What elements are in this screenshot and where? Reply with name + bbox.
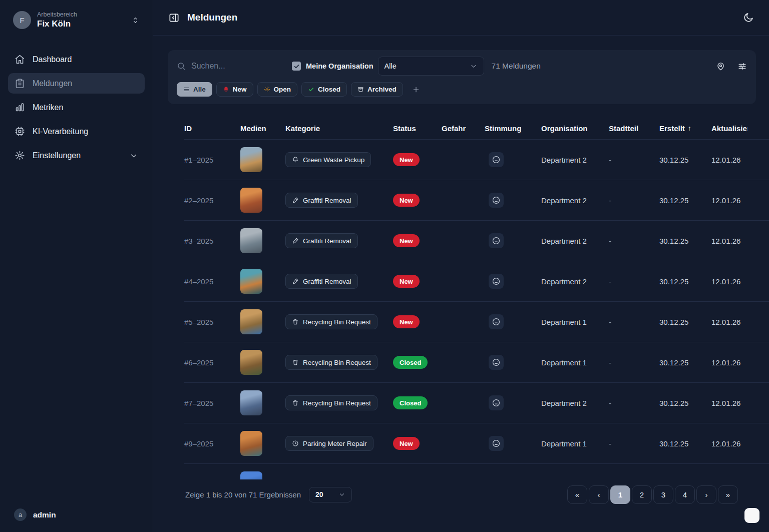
status-badge: Closed	[393, 396, 428, 409]
main-content: Meldungen Meine Organisation Alle 71 Mel…	[153, 0, 769, 532]
filter-chip-open[interactable]: Open	[257, 82, 298, 97]
clipboard-icon	[15, 78, 25, 89]
pagination-page-3[interactable]: 3	[653, 485, 673, 504]
column-header-organisation[interactable]: Organisation	[541, 124, 609, 133]
toolbar-icons	[716, 62, 747, 71]
sidebar-item-ki-verarbeitung[interactable]: KI-Verarbeitung	[8, 121, 145, 142]
organisation-select[interactable]: Alle	[378, 57, 484, 76]
filter-chip-alle[interactable]: Alle	[177, 82, 212, 97]
filter-chip-new[interactable]: New	[216, 82, 253, 97]
category-label: Green Waste Pickup	[303, 156, 364, 164]
media-thumbnail[interactable]	[240, 471, 262, 479]
category-badge[interactable]: Graffiti Removal	[285, 193, 358, 208]
district-cell: -	[609, 399, 659, 407]
chat-widget-button[interactable]	[744, 508, 759, 523]
sidebar-nav: DashboardMeldungenMetrikenKI-Verarbeitun…	[8, 49, 145, 166]
home-icon	[15, 54, 25, 65]
column-header-medien[interactable]: Medien	[240, 124, 285, 133]
page-title: Meldungen	[187, 12, 237, 23]
column-header-stimmung[interactable]: Stimmung	[485, 124, 541, 133]
media-thumbnail[interactable]	[240, 228, 262, 253]
sidebar-item-einstellungen[interactable]: Einstellungen	[8, 145, 145, 166]
table-body: #1–2025 Green Waste Pickup New Departmen…	[184, 139, 769, 479]
sidebar-item-dashboard[interactable]: Dashboard	[8, 49, 145, 70]
category-badge[interactable]: Recycling Bin Request	[285, 395, 377, 410]
reports-table: IDMedienKategorieStatusGefahrStimmungOrg…	[153, 104, 769, 479]
organisation-cell: Department 2	[541, 237, 609, 245]
user-menu[interactable]: a admin	[8, 504, 145, 525]
search-input[interactable]	[191, 62, 276, 71]
table-row[interactable]: #7–2025 Recycling Bin Request Closed Dep…	[184, 382, 769, 423]
column-header-gefahr[interactable]: Gefahr	[442, 124, 485, 133]
filter-chip-label: Archived	[367, 86, 397, 93]
column-header-erstellt[interactable]: Erstellt↑	[659, 124, 711, 133]
table-row[interactable]: #2–2025 Graffiti Removal New Department …	[184, 180, 769, 220]
report-id: #7–2025	[184, 399, 240, 407]
my-organisation-filter[interactable]: Meine Organisation	[292, 62, 373, 71]
media-thumbnail[interactable]	[240, 350, 262, 375]
status-filter-chips: AlleNewOpenClosedArchived	[177, 82, 747, 97]
add-filter-button[interactable]	[407, 82, 425, 97]
column-header-status[interactable]: Status	[393, 124, 442, 133]
neutral-face-icon	[489, 436, 504, 451]
table-row[interactable]: #6–2025 Recycling Bin Request Closed Dep…	[184, 342, 769, 382]
workspace-switcher[interactable]: F Arbeitsbereich Fix Köln	[8, 8, 145, 32]
column-header-kategorie[interactable]: Kategorie	[285, 124, 393, 133]
filter-chip-closed[interactable]: Closed	[301, 82, 347, 97]
column-header-aktualisiert[interactable]: Aktualisiert	[711, 124, 747, 133]
pagination-prev[interactable]: ‹	[589, 485, 609, 504]
bell-filled-icon	[223, 86, 229, 93]
media-thumbnail[interactable]	[240, 188, 262, 213]
filter-sliders-icon[interactable]	[737, 62, 747, 71]
pagination-last[interactable]: »	[718, 485, 738, 504]
checkbox-checked[interactable]	[292, 62, 301, 71]
column-header-id[interactable]: ID	[184, 124, 240, 133]
table-row-partial[interactable]	[184, 463, 769, 479]
filter-chip-archived[interactable]: Archived	[351, 82, 403, 97]
table-row[interactable]: #5–2025 Recycling Bin Request New Depart…	[184, 301, 769, 342]
report-id: #9–2025	[184, 439, 240, 448]
updated-cell: 12.01.26	[711, 277, 747, 286]
trash-icon	[292, 399, 299, 406]
organisation-cell: Department 2	[541, 399, 609, 407]
media-thumbnail[interactable]	[240, 309, 262, 334]
media-thumbnail[interactable]	[240, 390, 262, 415]
pagination-page-1[interactable]: 1	[610, 485, 630, 504]
pagination-next[interactable]: ›	[696, 485, 716, 504]
sidebar-item-meldungen[interactable]: Meldungen	[8, 73, 145, 94]
trash-icon	[292, 359, 299, 366]
pagination: «‹1234›»	[567, 485, 738, 504]
category-label: Recycling Bin Request	[303, 399, 371, 407]
media-thumbnail[interactable]	[240, 269, 262, 294]
table-footer: Zeige 1 bis 20 von 71 Ergebnissen 20 «‹1…	[153, 479, 769, 532]
pagination-first[interactable]: «	[567, 485, 587, 504]
dark-mode-toggle-moon-icon[interactable]	[743, 12, 754, 23]
page-size-select[interactable]: 20	[309, 487, 352, 502]
cpu-icon	[15, 126, 25, 137]
organisation-cell: Department 1	[541, 439, 609, 448]
table-row[interactable]: #4–2025 Graffiti Removal New Department …	[184, 261, 769, 301]
map-pin-icon[interactable]	[716, 62, 725, 71]
bar-chart-icon	[15, 102, 25, 113]
pagination-page-4[interactable]: 4	[675, 485, 695, 504]
category-badge[interactable]: Parking Meter Repair	[285, 436, 373, 451]
category-badge[interactable]: Recycling Bin Request	[285, 314, 377, 329]
column-header-stadtteil[interactable]: Stadtteil	[609, 124, 659, 133]
sidebar-collapse-icon[interactable]	[168, 12, 180, 24]
category-badge[interactable]: Recycling Bin Request	[285, 355, 377, 370]
clock-icon	[292, 440, 299, 447]
organisation-cell: Department 1	[541, 358, 609, 367]
table-row[interactable]: #1–2025 Green Waste Pickup New Departmen…	[184, 139, 769, 180]
updated-cell: 12.01.26	[711, 358, 747, 367]
neutral-face-icon	[489, 314, 504, 329]
category-badge[interactable]: Graffiti Removal	[285, 233, 358, 248]
media-thumbnail[interactable]	[240, 147, 262, 172]
category-badge[interactable]: Green Waste Pickup	[285, 152, 371, 167]
table-row[interactable]: #3–2025 Graffiti Removal New Department …	[184, 220, 769, 261]
pagination-page-2[interactable]: 2	[632, 485, 652, 504]
category-badge[interactable]: Graffiti Removal	[285, 274, 358, 289]
table-row[interactable]: #9–2025 Parking Meter Repair New Departm…	[184, 423, 769, 463]
media-thumbnail[interactable]	[240, 431, 262, 456]
sidebar-item-metriken[interactable]: Metriken	[8, 97, 145, 118]
page-size-value: 20	[315, 490, 323, 498]
